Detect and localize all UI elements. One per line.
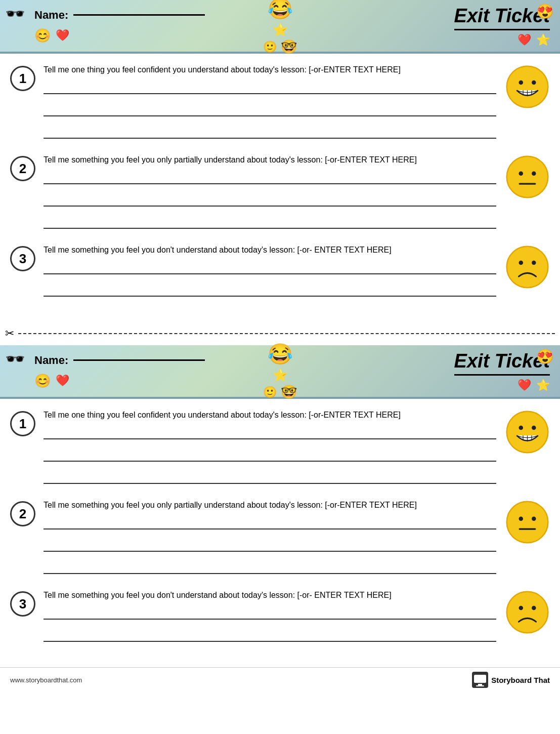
star-icon-b1: ⭐ bbox=[273, 368, 288, 382]
answer-line-2-3 bbox=[44, 217, 496, 229]
question-b2-body: Tell me something you feel you only part… bbox=[44, 499, 496, 574]
question-b3-text: Tell me something you feel you don't und… bbox=[44, 589, 496, 601]
header-bottom: 🕶️ 😍 Name: 😊 ❤️ 😂 ⭐ 🙂 bbox=[0, 345, 560, 399]
answer-line-2-1 bbox=[44, 172, 496, 184]
scissors-icon: ✂ bbox=[5, 327, 14, 340]
answer-line-1-3 bbox=[44, 127, 496, 139]
answer-line-b3-1 bbox=[44, 607, 496, 620]
question-3-text: Tell me something you feel you don't und… bbox=[44, 244, 496, 256]
answer-line-b1-3 bbox=[44, 472, 496, 484]
name-area-b: Name: 😊 ❤️ bbox=[34, 354, 205, 389]
svg-point-11 bbox=[519, 260, 523, 265]
question-b3-section: 3 Tell me something you feel you don't u… bbox=[10, 589, 550, 642]
svg-point-13 bbox=[506, 411, 548, 453]
storyboard-logo-icon bbox=[472, 672, 488, 688]
question-1-section: 1 Tell me one thing you feel confident y… bbox=[10, 64, 550, 139]
question-1-text: Tell me one thing you feel confident you… bbox=[44, 64, 496, 76]
exit-ticket-title-b: Exit Ticket bbox=[454, 350, 550, 376]
svg-point-6 bbox=[506, 156, 548, 197]
answer-line-b2-1 bbox=[44, 517, 496, 529]
question-b2-text: Tell me something you feel you only part… bbox=[44, 499, 496, 511]
header-top: 🕶️ 😍 Name: 😊 ❤️ 😂 ⭐ 🙂 bbox=[0, 0, 560, 54]
question-3-lines bbox=[44, 262, 496, 297]
star-icon-2: ⭐ bbox=[536, 33, 550, 47]
bottom-emojis-b: 😊 ❤️ bbox=[34, 373, 205, 389]
page: 🕶️ 😍 Name: 😊 ❤️ 😂 ⭐ 🙂 bbox=[0, 0, 560, 697]
title-bottom-emojis: ❤️ ⭐ bbox=[454, 33, 550, 47]
question-b2-section: 2 Tell me something you feel you only pa… bbox=[10, 499, 550, 574]
question-2-number: 2 bbox=[10, 156, 35, 181]
sunglasses-icon-tl: 🕶️ bbox=[5, 4, 25, 23]
footer-brand: Storyboard That bbox=[472, 672, 550, 688]
svg-rect-28 bbox=[478, 684, 482, 685]
sad-face-1 bbox=[504, 244, 550, 290]
happy-face-b1 bbox=[504, 409, 550, 455]
answer-line-2-2 bbox=[44, 194, 496, 207]
heart-eyes-icon-br: 😍 bbox=[536, 348, 554, 365]
svg-point-0 bbox=[506, 66, 548, 107]
sad-face-b3 bbox=[504, 589, 550, 635]
question-3-section: 3 Tell me something you feel you don't u… bbox=[10, 244, 550, 297]
footer: www.storyboardthat.com Storyboard That bbox=[0, 667, 560, 692]
star-icon-1: ⭐ bbox=[273, 23, 288, 37]
question-b2-lines bbox=[44, 517, 496, 574]
name-label: Name: bbox=[34, 9, 205, 22]
title-bottom-emojis-b: ❤️ ⭐ bbox=[454, 379, 550, 392]
cut-line: ✂ bbox=[0, 327, 560, 340]
happy-face-1 bbox=[504, 64, 550, 109]
footer-url: www.storyboardthat.com bbox=[10, 676, 82, 684]
svg-point-21 bbox=[532, 516, 536, 520]
neutral-face-b2 bbox=[504, 499, 550, 545]
nerd-icon-b: 🤓 bbox=[281, 384, 297, 400]
name-label-b: Name: bbox=[34, 354, 205, 367]
svg-rect-27 bbox=[474, 675, 486, 683]
smile-icon-b1: 😊 bbox=[34, 373, 51, 389]
svg-point-15 bbox=[532, 425, 536, 430]
answer-line-1-2 bbox=[44, 104, 496, 116]
svg-point-24 bbox=[519, 605, 523, 610]
question-b1-text: Tell me one thing you feel confident you… bbox=[44, 409, 496, 421]
answer-line-3-1 bbox=[44, 262, 496, 274]
question-b1-number: 1 bbox=[10, 411, 35, 436]
smile-icon-1: 😊 bbox=[34, 28, 51, 44]
svg-point-19 bbox=[506, 501, 548, 543]
svg-point-7 bbox=[519, 171, 523, 176]
title-area: Exit Ticket ❤️ ⭐ bbox=[454, 5, 550, 47]
title-area-b: Exit Ticket ❤️ ⭐ bbox=[454, 350, 550, 392]
question-b3-number: 3 bbox=[10, 591, 35, 617]
question-1-number: 1 bbox=[10, 66, 35, 91]
name-input-line-b bbox=[73, 359, 205, 361]
heart-icon-1: ❤️ bbox=[56, 29, 69, 42]
question-b1-lines bbox=[44, 427, 496, 484]
question-1-body: Tell me one thing you feel confident you… bbox=[44, 64, 496, 139]
name-input-line bbox=[73, 14, 205, 16]
answer-line-b2-2 bbox=[44, 540, 496, 552]
svg-point-8 bbox=[532, 171, 536, 176]
answer-line-b2-3 bbox=[44, 562, 496, 574]
cut-dashes bbox=[18, 333, 555, 334]
question-b2-number: 2 bbox=[10, 501, 35, 526]
heart-icon-b2: ❤️ bbox=[518, 379, 531, 392]
center-emojis-b: 😂 ⭐ 🙂 🤓 bbox=[263, 342, 297, 400]
question-b3-body: Tell me something you feel you don't und… bbox=[44, 589, 496, 642]
center-emojis: 😂 ⭐ 🙂 🤓 bbox=[263, 0, 297, 55]
answer-line-3-2 bbox=[44, 284, 496, 297]
footer-brand-text: Storyboard That bbox=[491, 676, 550, 684]
heart-icon-b1: ❤️ bbox=[56, 374, 69, 387]
answer-line-1-1 bbox=[44, 82, 496, 94]
svg-point-25 bbox=[532, 605, 536, 610]
smile-icon-b2: 🙂 bbox=[263, 386, 277, 399]
answer-line-b1-1 bbox=[44, 427, 496, 439]
laughing-icon-b: 😂 bbox=[268, 342, 293, 366]
question-3-number: 3 bbox=[10, 246, 35, 271]
question-2-lines bbox=[44, 172, 496, 229]
heart-eyes-icon-tr: 😍 bbox=[536, 3, 554, 20]
bottom-section: 🕶️ 😍 Name: 😊 ❤️ 😂 ⭐ 🙂 bbox=[0, 345, 560, 697]
svg-point-12 bbox=[532, 260, 536, 265]
question-3-body: Tell me something you feel you don't und… bbox=[44, 244, 496, 297]
svg-point-14 bbox=[519, 425, 523, 430]
smile-icon-2: 🙂 bbox=[263, 40, 277, 54]
question-1-lines bbox=[44, 82, 496, 139]
top-section: 🕶️ 😍 Name: 😊 ❤️ 😂 ⭐ 🙂 bbox=[0, 0, 560, 322]
svg-rect-29 bbox=[476, 685, 484, 686]
